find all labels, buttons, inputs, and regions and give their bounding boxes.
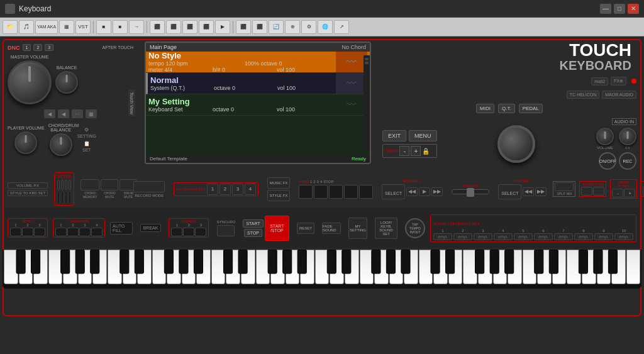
fader-thumb[interactable]: [467, 188, 474, 197]
chord-scan-lower[interactable]: [581, 187, 592, 196]
toolbar-btn7[interactable]: ▶: [215, 20, 230, 34]
pad-2[interactable]: [314, 185, 328, 199]
black-key-0-4.5[interactable]: [75, 250, 84, 274]
sound-btn-8[interactable]: emp.: [574, 233, 593, 240]
my-setting-btn[interactable]: MY SETTING: [348, 218, 367, 239]
screen-row-3[interactable]: My Setting Keyboard Set octave 0 vol 100…: [146, 94, 370, 116]
synchro-btn[interactable]: [217, 225, 235, 236]
chord-memory-btn[interactable]: [80, 179, 99, 191]
black-key-4-4.5[interactable]: [490, 250, 499, 274]
kbd-set-btn-4[interactable]: 4: [245, 184, 256, 195]
key-c7[interactable]: [626, 250, 641, 284]
screen-scrollbar[interactable]: [364, 55, 370, 150]
sound-btn-7[interactable]: emp.: [554, 233, 573, 240]
touch-view-btn[interactable]: Touch View: [128, 89, 135, 117]
black-key-4-3.5[interactable]: [475, 250, 484, 274]
num-btn-3[interactable]: 3: [45, 44, 53, 51]
ending-btn-2[interactable]: [183, 228, 194, 236]
pedal-btn[interactable]: PEDAL: [519, 104, 543, 113]
toolbar-expand[interactable]: ↗: [334, 20, 349, 34]
toolbar-btn2[interactable]: ■: [113, 20, 128, 34]
toolbar-btn9[interactable]: ⬛: [252, 20, 267, 34]
volume-fx-btn[interactable]: VOLUME /FX: [8, 182, 48, 189]
toolbar-btn4[interactable]: ⬛: [166, 20, 181, 34]
sound-btn-5[interactable]: emp.: [514, 233, 533, 240]
toolbar-yamaha[interactable]: YAM AKA: [35, 20, 58, 34]
black-key-1-4.5[interactable]: [179, 250, 188, 274]
black-key-2-3.5[interactable]: [268, 250, 277, 274]
fade-sound-btn[interactable]: FADE SOUND: [322, 223, 341, 234]
midi-btn[interactable]: MIDI: [476, 104, 494, 113]
audio-volume-knob[interactable]: [596, 128, 614, 145]
toolbar-music[interactable]: 🎵: [19, 20, 34, 34]
ctrl-icon-4[interactable]: ▦: [86, 109, 97, 118]
toolbar-open[interactable]: 📁: [3, 20, 18, 34]
ctrl-icon-2[interactable]: ◀: [58, 109, 69, 118]
black-key-0-1.5[interactable]: [31, 250, 40, 274]
chord-mute-btn[interactable]: [101, 179, 118, 191]
kbd-set-btn-2[interactable]: 2: [219, 184, 231, 195]
intro-btn-2[interactable]: [22, 228, 33, 236]
sound-btn-10[interactable]: emp.: [614, 233, 633, 240]
maximize-button[interactable]: □: [614, 4, 625, 14]
select-btn-1[interactable]: SELECT: [382, 184, 405, 199]
player2-ff[interactable]: ▶▶: [535, 187, 547, 196]
black-key-5-1.5[interactable]: [549, 250, 558, 274]
sound-btn-9[interactable]: emp.: [594, 233, 613, 240]
black-key-2-4.5[interactable]: [283, 250, 292, 274]
setting-icon[interactable]: ⚙: [84, 127, 89, 133]
black-key-4-5.5[interactable]: [505, 250, 514, 274]
style-btn-1[interactable]: [57, 180, 60, 190]
black-key-0-5.5[interactable]: [91, 250, 99, 274]
toolbar-btn5[interactable]: ⬛: [182, 20, 197, 34]
black-key-1-5.5[interactable]: [194, 250, 203, 274]
style-kbd-btn[interactable]: STYLE TO KBD SET: [8, 190, 48, 196]
sound-btn-6[interactable]: emp.: [534, 233, 553, 240]
record-mode-btn[interactable]: [133, 181, 165, 192]
pad-stop[interactable]: [359, 185, 373, 199]
audio-fx-knob[interactable]: [619, 128, 636, 145]
stop-btn[interactable]: STOP: [244, 229, 262, 237]
screen-row-1[interactable]: No Style tempo 120 bpm 100% octave 0 met…: [146, 52, 370, 73]
key-f2[interactable]: [152, 250, 167, 284]
black-key-0-3.5[interactable]: [61, 250, 70, 274]
on-off-btn[interactable]: ON/OFF: [599, 152, 616, 170]
sound-btn-3[interactable]: emp.: [474, 233, 492, 240]
tempo-minus[interactable]: -: [399, 146, 409, 156]
pad-4[interactable]: [344, 185, 358, 199]
ctrl-icon-3[interactable]: ⋯: [72, 109, 83, 118]
style-btn-7[interactable]: [65, 191, 67, 204]
ctrl-icon-1[interactable]: ◀: [44, 109, 55, 118]
auto-fill-btn[interactable]: AUTO FILL: [110, 222, 133, 235]
qt-btn[interactable]: Q.T.: [498, 104, 515, 113]
split-mix-btn[interactable]: [555, 182, 574, 191]
black-key-3-3.5[interactable]: [372, 250, 380, 274]
style-btn-8[interactable]: [69, 191, 71, 204]
toolbar-arrow[interactable]: →: [129, 20, 144, 34]
style-btn-3[interactable]: [65, 180, 67, 190]
toolbar-btn1[interactable]: ■: [96, 20, 111, 34]
style-btn-4[interactable]: [69, 180, 71, 190]
main-dial[interactable]: [497, 125, 535, 163]
toolbar-vst[interactable]: VST: [75, 20, 91, 34]
black-key-1-1.5[interactable]: [135, 250, 143, 274]
player1-ff[interactable]: ▶▶: [431, 187, 443, 196]
black-key-3-1.5[interactable]: [342, 250, 351, 274]
key-f1[interactable]: [48, 250, 63, 284]
balance-knob[interactable]: [55, 71, 78, 94]
black-key-3-0.5[interactable]: [327, 250, 336, 274]
variation-btn-1[interactable]: [55, 228, 67, 236]
xfader[interactable]: [452, 189, 489, 194]
black-key-3-4.5[interactable]: [386, 250, 395, 274]
key-c2[interactable]: [108, 250, 122, 284]
num-btn-2[interactable]: 2: [33, 44, 42, 51]
player1-rew[interactable]: ◀◀: [406, 187, 418, 196]
record-btn[interactable]: REC: [619, 152, 636, 170]
intro-btn-1[interactable]: [10, 228, 21, 236]
screen-row-2[interactable]: Normal System (Q.T.) octave 0 vol 100 〰: [146, 73, 370, 94]
ending-btn-1[interactable]: [171, 228, 182, 236]
variation-btn-3[interactable]: [79, 228, 91, 236]
toolbar-btn6[interactable]: ⬛: [199, 20, 214, 34]
style-btn-6[interactable]: [61, 191, 64, 204]
close-button[interactable]: ✕: [628, 4, 639, 14]
